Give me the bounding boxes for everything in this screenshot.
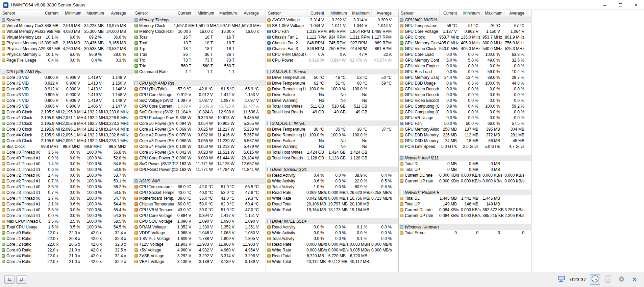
shift-columns-right-button[interactable]: ⇄: [16, 275, 26, 284]
sensor-row[interactable]: Physical Memory Load10.1 %6.6 %86.9 %28.…: [0, 51, 133, 57]
sensor-row[interactable]: Trc73 T73 T73 T: [133, 57, 266, 63]
sensor-row[interactable]: GPU Memory Alloca...250 MB137 MB395 MB30…: [399, 126, 531, 132]
column-header-sensor[interactable]: Sensor: [0, 10, 41, 17]
sensor-row[interactable]: CPU+SoC Power (S...12.163 W11.771 W74.78…: [133, 167, 266, 172]
sensor-group-header[interactable]: S.M.A.R.T.: Samsu...: [266, 69, 398, 74]
sensor-row[interactable]: Total Activity0.0 %0.0 %0.1 %0.0 %: [266, 236, 398, 241]
shift-columns-left-button[interactable]: ⇆: [4, 275, 15, 284]
sensor-row[interactable]: SB 1.05V Voltage1.044 V1.041 V1.044 V1.0…: [266, 23, 398, 28]
sensor-row[interactable]: Memory Clock1,597.0 MHz1,597.0 MHz1,597.…: [133, 23, 266, 28]
column-header-average[interactable]: Average: [504, 10, 531, 17]
sensor-row[interactable]: GPU Video Encode ...0.0 %0.0 %0.0 %0.0 %: [399, 97, 531, 103]
sensor-row[interactable]: Chassis Fan 11,112 RPM934 RPM1,211 RPM1,…: [266, 34, 398, 40]
sensor-row[interactable]: GPU Computing (Cu...0.0 %0.0 %0.0 %0.0 %: [399, 109, 531, 115]
sensor-row[interactable]: Core #2 Thread #0 ...1.4 %0.0 %100.0 %53…: [0, 172, 133, 178]
column-header-minimum[interactable]: Minimum: [63, 10, 84, 17]
sensor-group-header[interactable]: Drive: INTEL SSDPE...: [266, 218, 398, 224]
sensor-row[interactable]: Core #4 Thread #1 ...2.1 %0.6 %100.0 %54…: [0, 201, 133, 207]
sensor-row[interactable]: Read Rate0.069 MB/s0.000 MB/s26.623 MB/s…: [266, 190, 398, 195]
sensor-row[interactable]: Tras36 T36 T36 T: [133, 51, 266, 57]
sensor-row[interactable]: GPU Video Clock540.0 MHz405.0 MHz540.0 M…: [399, 46, 531, 51]
sensor-row[interactable]: Bus Clock99.8 MHz99.8 MHz99.8 MHz99.8 MH…: [0, 144, 133, 149]
sensor-row[interactable]: CPU Socket Temper...43.0 °C40.0 °C53.0 °…: [133, 190, 266, 195]
sensor-row[interactable]: GPU Video Engine L...0.0 %0.0 %0.0 %0.0 …: [399, 63, 531, 69]
sensor-row[interactable]: Core #0 Thread #0 ...3.5 %0.0 %100.0 %56…: [0, 149, 133, 155]
sensor-row[interactable]: Chipset Temperature60.0 °C58.0 °C62.0 °C…: [133, 201, 266, 207]
sensor-row[interactable]: Max CPU/Thread U...3.5 %2.5 %100.0 %58.5…: [0, 218, 133, 224]
logging-button[interactable]: [603, 274, 613, 285]
sensor-row[interactable]: CPU Core Voltage0.894 V0.894 V1.417 V1.1…: [133, 213, 266, 218]
sensor-row[interactable]: GPU D3D Memory D...226 MB112 MB372 MB281…: [399, 132, 531, 138]
column-header-average[interactable]: Average: [371, 10, 398, 17]
sensor-row[interactable]: Core #5 Thread #0 ...3.5 %0.0 %100.0 %55…: [0, 207, 133, 213]
sensor-row[interactable]: Drive WarningNoNoNo: [266, 144, 398, 149]
sensor-row[interactable]: Core #3 Ratio22.0 x21.0 x42.0 x32.5 x: [0, 247, 133, 253]
column-header-maximum[interactable]: Maximum: [84, 10, 106, 17]
sensor-row[interactable]: Drive FailureNoNoNo: [266, 92, 398, 97]
sensor-row[interactable]: Core #2 Power (SMU)0.070 W0.032 W11.416 …: [133, 132, 266, 138]
sensor-row[interactable]: Total Host Reads49 GB49 GB49 GB: [266, 109, 398, 115]
sensor-row[interactable]: Write Total19,164 MB18,173 MB19,164 MB: [266, 207, 398, 213]
column-header-current[interactable]: Current: [41, 10, 63, 17]
sensor-row[interactable]: Total Errors0000: [399, 230, 531, 236]
sensor-row[interactable]: VDDP Voltage1.068 V1.046 V1.068 V1.050 V: [133, 230, 266, 236]
sensor-row[interactable]: CPU Power0.916 W0.894 W61.476 W43.574 W: [266, 57, 398, 63]
sensor-row[interactable]: Current DL rate0.000 KB/s0.000 KB/s0.000…: [399, 172, 531, 178]
sensor-row[interactable]: Core #4 Ratio22.0 x21.0 x42.0 x32.4 x: [0, 253, 133, 259]
column-header-average[interactable]: Average: [239, 10, 266, 17]
column-header-minimum[interactable]: Minimum: [328, 10, 350, 17]
sensor-row[interactable]: Write Total40,112 MB40,112 MB40,112 MB: [266, 259, 398, 264]
clock-toggle-button[interactable]: [590, 274, 600, 285]
column-header-minimum[interactable]: Minimum: [461, 10, 482, 17]
sensor-row[interactable]: GPU D3D Usage0.6 %0.3 %100.0 %44.8 %: [399, 80, 531, 86]
column-header-maximum[interactable]: Maximum: [482, 10, 504, 17]
sensor-row[interactable]: SoC Current (SVI2 ...11.184 A10.824 A12.…: [133, 109, 266, 115]
sensor-row[interactable]: GPU Core Load0.0 %0.0 %100.0 %63.8 %: [399, 51, 531, 57]
sensor-row[interactable]: Drive Temperature 262 °C51 °C68 °C59 °C: [266, 80, 398, 86]
sensor-group-header[interactable]: Memory Timings: [133, 17, 266, 23]
sensor-row[interactable]: Core #2 VID0.912 V0.900 V1.413 V1.148 V: [0, 86, 133, 92]
sensor-row[interactable]: DRAM Voltage1.352 V1.330 V1.352 V1.351 V: [133, 224, 266, 230]
sensor-row[interactable]: Write Rate0.042 MB/s0.000 MB/s16.756 MB/…: [266, 195, 398, 201]
column-header-maximum[interactable]: Maximum: [217, 10, 239, 17]
sensor-row[interactable]: Core #5 Power (SMU)0.042 W0.023 W11.521 …: [133, 149, 266, 155]
sensor-row[interactable]: CPU VRM Temperat...43.0 °C39.0 °C51.0 °C…: [133, 207, 266, 213]
sensor-row[interactable]: Core #0 VID0.906 V0.906 V1.419 V1.148 V: [0, 74, 133, 80]
sensor-row[interactable]: CPU Package Powe...9.338 W9.323 W10.613 …: [133, 115, 266, 120]
remote-monitoring-button[interactable]: [556, 274, 566, 285]
sensor-row[interactable]: Memory Clock Ratio16.00 x16.00 x16.00 x1…: [133, 28, 266, 34]
column-header-current[interactable]: Current: [174, 10, 195, 17]
sensor-group-header[interactable]: Network: Realtek R...: [399, 190, 531, 195]
sensor-row[interactable]: Trfc560 T560 T560 T: [133, 63, 266, 69]
sensor-row[interactable]: Write Activity0.6 %0.0 %22.0 %0.5 %: [266, 178, 398, 184]
sensor-row[interactable]: Write Activity0.0 %0.0 %0.0 %0.0 %: [266, 230, 398, 236]
sensor-row[interactable]: Drive Temperature50 °C46 °C53 °C50 °C: [266, 74, 398, 80]
sensor-row[interactable]: Core #3 Clock2,195.9 MHz2,096.1 MHz4,192…: [0, 126, 133, 132]
sensor-row[interactable]: CPU SOC Voltage1.090 V1.090 V1.090 V1.09…: [133, 218, 266, 224]
sensor-row[interactable]: SoC Voltage (SVI2 ...1.087 V1.087 V1.087…: [133, 97, 266, 103]
sensor-row[interactable]: AVCC3 Voltage3.314 V3.292 V3.314 V3.309 …: [266, 17, 398, 23]
sensor-group-header[interactable]: Drive: Samsung SS...: [266, 167, 398, 172]
column-header-average[interactable]: Average: [106, 10, 133, 17]
column-header-sensor[interactable]: Sensor: [266, 10, 306, 17]
sensor-row[interactable]: Total Host Writes511 GB510 GB511 GB: [266, 103, 398, 109]
sensor-row[interactable]: Core #3 VID0.906 V0.900 V1.419 V1.148 V: [0, 92, 133, 97]
sensor-group-header[interactable]: GPU [#0]: NVIDIA ...: [399, 17, 531, 23]
sensor-row[interactable]: Core #1 Thread #1 ...0.6 %0.0 %100.0 %53…: [0, 167, 133, 172]
sensor-row[interactable]: Read Total20,106 MB19,797 MB20,106 MB: [266, 201, 398, 207]
sensor-row[interactable]: Core #3 Power (SMU)0.088 W0.065 W11.239 …: [133, 138, 266, 144]
sensor-row[interactable]: GPU Computing (Co...0.9 %0.4 %100.0 %59.…: [399, 103, 531, 109]
sensor-row[interactable]: Core #2 Thread #1 ...0.7 %0.0 %100.0 %53…: [0, 178, 133, 184]
sensor-row[interactable]: Command Rate1 T1 T1 T: [133, 69, 266, 74]
sensor-row[interactable]: Drive Remaining Life100.0 %100.0 %100.0 …: [266, 86, 398, 92]
sensor-row[interactable]: 1.8V PLL Voltage1.809 V1.788 V1.809 V1.8…: [133, 236, 266, 241]
sensor-row[interactable]: GPU Core Voltage1.137 V0.862 V1.150 V1.0…: [399, 28, 531, 34]
sensor-group-header[interactable]: CPU [#0]: AMD Ryz...: [133, 80, 266, 86]
sensor-row[interactable]: Total DL1,445 MB1,441 MB1,445 MB: [399, 195, 531, 201]
close-sensors-button[interactable]: ×: [629, 274, 640, 285]
sensor-row[interactable]: Core #5 Clock2,195.9 MHz2,096.1 MHz4,192…: [0, 138, 133, 144]
sensor-row[interactable]: Total CPU Usage1.5 %0.5 %100.0 %54.5 %: [0, 224, 133, 230]
sensor-row[interactable]: Core #0 Ratio22.0 x22.0 x42.0 x32.4 x: [0, 230, 133, 236]
sensor-row[interactable]: +5V Voltage4.960 V4.932 V4.960 V4.954 V: [133, 247, 266, 253]
sensor-row[interactable]: Core #1 Power (SMU)0.069 W0.025 W11.217 …: [133, 126, 266, 132]
